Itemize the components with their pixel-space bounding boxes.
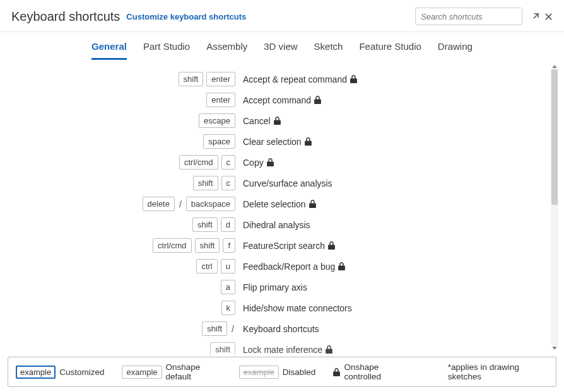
shortcut-desc: Copy	[243, 158, 274, 168]
shortcut-row[interactable]: ctrluFeedback/Report a bug	[0, 256, 564, 277]
key-a: a	[221, 280, 235, 294]
shortcut-desc: Delete selection	[243, 199, 316, 209]
key-separator: /	[230, 324, 235, 334]
scroll-thumb[interactable]	[551, 69, 558, 205]
shortcut-row[interactable]: shiftcCurve/surface analysis	[0, 173, 564, 193]
shortcut-keys: enter	[0, 93, 243, 107]
shortcut-desc: Feedback/Report a bug	[243, 262, 345, 272]
page-title: Keyboard shortcuts	[11, 9, 120, 24]
shortcut-desc: Accept command	[243, 95, 321, 105]
key-backspace: backspace	[186, 197, 235, 211]
scroll-up-icon[interactable]	[552, 65, 557, 68]
tab-assembly[interactable]: Assembly	[206, 41, 247, 60]
lock-icon	[328, 241, 335, 250]
shortcut-keys: shift	[0, 342, 243, 355]
shortcut-keys: ctrl/cmdc	[0, 155, 243, 170]
shortcut-keys: escape	[0, 113, 243, 128]
lock-icon	[267, 158, 274, 166]
tab-3d-view[interactable]: 3D view	[264, 41, 297, 60]
shortcut-row[interactable]: delete/backspaceDelete selection	[0, 193, 564, 214]
shortcut-keys: space	[0, 134, 243, 149]
shortcut-desc: FeatureScript search	[243, 241, 335, 251]
shortcut-keys: delete/backspace	[0, 197, 243, 211]
shortcut-row[interactable]: shiftLock mate inference	[0, 339, 564, 355]
key-enter: enter	[206, 93, 235, 107]
scroll-track[interactable]	[551, 69, 558, 345]
tab-part-studio[interactable]: Part Studio	[143, 41, 190, 60]
tab-drawing[interactable]: Drawing	[438, 41, 473, 60]
scrollbar[interactable]	[550, 65, 559, 350]
tabs-bar: GeneralPart StudioAssembly3D viewSketchF…	[0, 32, 564, 60]
key-shift: shift	[210, 342, 235, 355]
shortcut-list: shiftenterAccept & repeat commandenterAc…	[0, 60, 564, 355]
shortcut-row[interactable]: shift/Keyboard shortcuts	[0, 318, 564, 339]
header: Keyboard shortcuts Customize keyboard sh…	[0, 0, 564, 30]
lock-icon	[326, 345, 332, 354]
tab-general[interactable]: General	[91, 41, 127, 60]
shortcut-row[interactable]: shiftenterAccept & repeat command	[0, 69, 564, 89]
shortcut-desc: Dihedral analysis	[243, 220, 310, 230]
shortcut-row[interactable]: spaceClear selection	[0, 131, 564, 152]
shortcut-desc: Hide/show mate connectors	[243, 303, 352, 313]
shortcut-row[interactable]: shiftdDihedral analysis	[0, 214, 564, 235]
shortcut-keys: shiftd	[0, 217, 243, 232]
close-icon[interactable]	[544, 13, 553, 21]
lock-icon	[350, 75, 357, 83]
key-d: d	[221, 217, 235, 232]
lock-icon	[274, 117, 281, 125]
key-u: u	[221, 259, 235, 274]
shortcut-row[interactable]: ctrl/cmdshiftfFeatureScript search	[0, 235, 564, 256]
key-shift: shift	[202, 321, 227, 336]
legend-footer: example Customized example Onshape defau…	[8, 357, 556, 387]
customize-link[interactable]: Customize keyboard shortcuts	[126, 12, 246, 21]
key-shift: shift	[193, 176, 218, 190]
shortcut-desc: Keyboard shortcuts	[243, 324, 319, 334]
key-c: c	[221, 176, 236, 190]
key-shift: shift	[192, 217, 218, 232]
scroll-down-icon[interactable]	[552, 347, 557, 350]
key-separator: /	[178, 199, 183, 209]
shortcut-keys: shiftc	[0, 176, 243, 190]
legend-default: example Onshape default	[122, 362, 221, 381]
lock-icon	[305, 137, 312, 146]
lock-icon	[309, 200, 316, 208]
shortcut-desc: Clear selection	[243, 137, 312, 147]
legend-applies-note: *applies in drawing sketches	[448, 362, 548, 381]
key-shift: shift	[195, 238, 220, 253]
search-input[interactable]	[415, 8, 522, 25]
key-delete: delete	[143, 197, 175, 211]
key-ctrl-cmd: ctrl/cmd	[153, 238, 192, 253]
shortcut-row[interactable]: kHide/show mate connectors	[0, 297, 564, 318]
shortcut-desc: Lock mate inference	[243, 345, 332, 355]
key-k: k	[221, 301, 236, 315]
legend-controlled: Onshape controlled	[333, 362, 412, 381]
shortcut-desc: Flip primary axis	[243, 282, 307, 292]
key-space: space	[203, 134, 235, 149]
shortcut-keys: shift/	[0, 321, 243, 336]
shortcut-row[interactable]: ctrl/cmdcCopy	[0, 152, 564, 173]
shortcut-row[interactable]: escapeCancel	[0, 110, 564, 131]
popout-icon[interactable]	[531, 13, 539, 21]
key-escape: escape	[199, 113, 235, 128]
shortcut-desc: Accept & repeat command	[243, 74, 357, 84]
key-c: c	[221, 155, 236, 170]
key-shift: shift	[179, 72, 204, 86]
shortcut-keys: ctrlu	[0, 259, 243, 274]
lock-icon	[333, 368, 340, 376]
key-f: f	[223, 238, 235, 253]
legend-customized: example Customized	[16, 366, 104, 379]
lock-icon	[314, 96, 321, 104]
tab-sketch[interactable]: Sketch	[314, 41, 343, 60]
key-ctrl-cmd: ctrl/cmd	[179, 155, 218, 170]
key-ctrl: ctrl	[196, 259, 217, 274]
tab-feature-studio[interactable]: Feature Studio	[359, 41, 421, 60]
key-enter: enter	[206, 72, 235, 86]
shortcut-keys: a	[0, 280, 243, 294]
shortcut-keys: ctrl/cmdshiftf	[0, 238, 243, 253]
shortcut-desc: Cancel	[243, 116, 281, 126]
shortcut-row[interactable]: aFlip primary axis	[0, 277, 564, 297]
shortcut-keys: k	[0, 301, 243, 315]
shortcut-desc: Curve/surface analysis	[243, 178, 332, 188]
legend-disabled: example Disabled	[239, 366, 316, 379]
shortcut-row[interactable]: enterAccept command	[0, 89, 564, 110]
